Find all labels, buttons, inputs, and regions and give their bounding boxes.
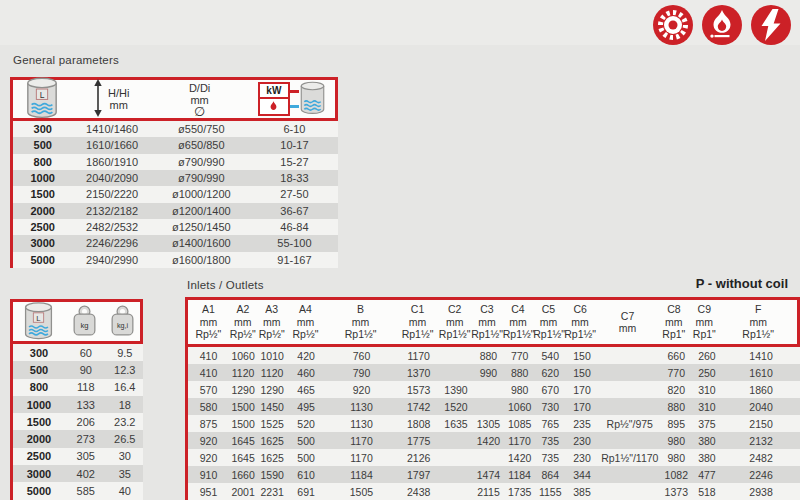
table-row: 5009012.3	[13, 361, 143, 378]
table-cell: 250	[692, 367, 723, 379]
table-cell: 500	[287, 452, 325, 464]
table-row: 500058540	[13, 482, 143, 499]
table-cell: 1660	[229, 469, 257, 481]
table-cell: 1170	[504, 435, 535, 447]
table-cell: 1085	[504, 418, 535, 430]
table-cell: 46-84	[251, 221, 338, 233]
table-cell: 1742	[398, 401, 440, 413]
general-table-header: L H/Hi mm D/Di mm ∅	[10, 77, 338, 121]
table-cell: 500	[13, 364, 65, 376]
table-row: 5001610/1660ø650/85010-17	[13, 137, 338, 153]
table-cell: 6-10	[251, 123, 338, 135]
table-cell: 990	[473, 367, 505, 379]
hazard-icon-group	[653, 5, 791, 45]
height-column-header: H/Hi mm	[72, 79, 151, 119]
column-header-A3: A3mmRp½"	[257, 300, 287, 344]
height-column-label: H/Hi	[108, 87, 129, 99]
table-cell: 1500	[229, 418, 257, 430]
table-cell: 1645	[229, 452, 257, 464]
table-cell: 540	[535, 350, 566, 362]
table-cell: 18-33	[251, 172, 338, 184]
variant-label: P - without coil	[696, 276, 788, 291]
table-row: 30002246/2296ø1400/160055-100	[13, 235, 338, 251]
table-cell: 770	[661, 367, 692, 379]
table-cell: 951	[188, 486, 229, 498]
column-header-A4: A4mmRp½"	[287, 300, 325, 344]
table-cell: 27-50	[251, 188, 338, 200]
svg-text:L: L	[40, 90, 45, 100]
table-row: 8751500152552011301808163513051085765235…	[188, 415, 800, 432]
table-cell: 118	[65, 381, 107, 393]
column-header-C9: C9mmRp1"	[689, 300, 719, 344]
column-header-B: BmmRp1½"	[324, 300, 396, 344]
inlets-table-body: 4101060101042076011708807705401506602601…	[185, 347, 800, 500]
table-cell: 60	[65, 347, 107, 359]
column-header-C5: C5mmRp1½"	[533, 300, 563, 344]
column-header-A2: A2mmRp½"	[229, 300, 257, 344]
table-cell: 800	[13, 381, 65, 393]
table-cell: 1500	[13, 416, 65, 428]
table-cell: 2438	[398, 486, 440, 498]
table-cell: 1060	[504, 401, 535, 413]
table-cell: 864	[535, 469, 566, 481]
table-cell: 1860	[722, 384, 800, 396]
flame-icon	[260, 99, 288, 114]
table-row: 8001860/1910ø790/99015-27	[13, 154, 338, 170]
table-row: 5801500145049511301742152010607301708803…	[188, 398, 800, 415]
table-cell: 2500	[13, 450, 65, 462]
column-header-C6: C6mmRp1½"	[564, 300, 597, 344]
table-cell: 1082	[661, 469, 692, 481]
svg-text:L: L	[36, 313, 41, 322]
inlets-outlets-table: A1mmRp½"A2mmRp½"A3mmRp½"A4mmRp½"BmmRp1½"…	[185, 297, 800, 500]
table-cell: 920	[188, 452, 229, 464]
table-cell: 230	[566, 452, 599, 464]
table-cell: 1305	[473, 418, 505, 430]
table-cell: 500	[287, 435, 325, 447]
table-cell: 18	[107, 399, 143, 411]
table-cell: 980	[504, 384, 535, 396]
table-cell: 3000	[13, 237, 72, 249]
table-cell: 880	[504, 367, 535, 379]
column-header-C8: C8mmRp1"	[659, 300, 689, 344]
table-cell: 875	[188, 418, 229, 430]
capacity-column-header: L	[13, 76, 72, 122]
table-cell: 1370	[398, 367, 440, 379]
diameter-icon: ∅	[194, 106, 205, 117]
table-cell: 2938	[722, 486, 800, 498]
table-cell: 1645	[229, 435, 257, 447]
table-cell: 30	[107, 450, 143, 462]
table-cell: 735	[535, 452, 566, 464]
table-cell: 1120	[257, 367, 287, 379]
capacity-column-header: L	[13, 301, 64, 343]
column-header-F: FmmRp1½"	[720, 300, 797, 344]
column-header-C2: C2mmRp1½"	[438, 300, 471, 344]
table-cell: 1184	[504, 469, 535, 481]
table-cell: 206	[65, 416, 107, 428]
table-cell: 1000	[13, 399, 65, 411]
table-cell: 1290	[229, 384, 257, 396]
table-cell: 2482/2532	[72, 221, 151, 233]
table-row: 150020623.2	[13, 413, 143, 430]
table-cell: 1500	[13, 188, 72, 200]
table-cell: 920	[325, 384, 398, 396]
table-cell: 620	[535, 367, 566, 379]
table-cell: 2132	[722, 435, 800, 447]
table-row: 4101120112046079013709908806201507702501…	[188, 364, 800, 381]
diameter-column-header: D/Di mm ∅	[150, 82, 248, 117]
inlets-table-header: A1mmRp½"A2mmRp½"A3mmRp½"A4mmRp½"BmmRp1½"…	[185, 297, 800, 347]
table-cell: 800	[13, 156, 72, 168]
high-voltage-icon	[751, 5, 791, 45]
table-cell: 410	[188, 367, 229, 379]
table-cell: 1130	[325, 401, 398, 413]
table-row: 50002940/2990ø1600/180091-167	[13, 252, 338, 268]
table-row: 15002150/2220ø1000/120027-50	[13, 186, 338, 202]
table-row: 250030530	[13, 448, 143, 465]
table-row: 9201645162550011701775142011707352309803…	[188, 432, 800, 449]
table-cell: 660	[661, 350, 692, 362]
tank-small-icon	[299, 80, 326, 118]
table-cell: 2246/2296	[72, 237, 151, 249]
pipe-connectors	[290, 82, 299, 116]
table-cell: 1390	[439, 384, 472, 396]
weight-icon: kg	[71, 304, 98, 339]
table-cell: 1060	[229, 350, 257, 362]
